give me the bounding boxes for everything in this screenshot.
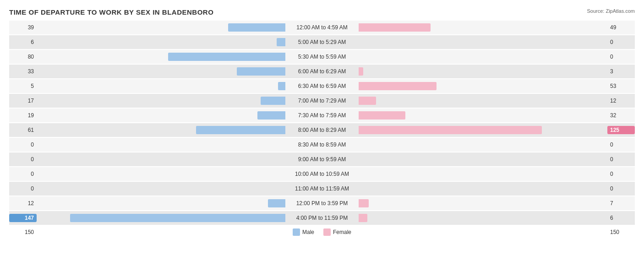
female-bar — [359, 214, 367, 222]
female-value: 6 — [607, 215, 635, 221]
time-label: 6:00 AM to 6:29 AM — [285, 68, 359, 75]
male-bar — [268, 199, 285, 207]
female-value: 0 — [607, 39, 635, 45]
male-bar — [278, 82, 285, 90]
female-bar-wrap — [359, 140, 607, 149]
male-bar — [228, 23, 285, 32]
chart-row: 1212:00 PM to 3:59 PM7 — [9, 196, 635, 210]
male-bar — [237, 67, 285, 76]
male-bar-wrap — [37, 169, 285, 179]
legend-male: Male — [293, 228, 314, 236]
female-value: 12 — [607, 98, 635, 104]
time-label: 8:30 AM to 8:59 AM — [285, 141, 359, 148]
chart-row: 1474:00 PM to 11:59 PM6 — [9, 211, 635, 225]
chart-row: 197:30 AM to 7:59 AM32 — [9, 109, 635, 122]
male-value: 61 — [9, 127, 37, 133]
legend-male-box — [293, 228, 300, 236]
time-label: 9:00 AM to 9:59 AM — [285, 156, 359, 163]
male-bar-wrap — [37, 111, 285, 120]
female-value: 0 — [607, 156, 635, 163]
female-value: 53 — [607, 83, 635, 89]
male-bar-wrap — [37, 140, 285, 149]
female-bar-wrap — [359, 111, 607, 120]
male-bar — [261, 97, 285, 105]
chart-row: 010:00 AM to 10:59 AM0 — [9, 167, 635, 181]
male-bar-wrap — [37, 38, 285, 47]
female-bar — [359, 126, 542, 134]
male-bar-wrap — [37, 23, 285, 32]
female-bar — [359, 97, 376, 105]
female-bar — [359, 111, 405, 120]
male-value: 12 — [9, 200, 37, 207]
female-bar-wrap — [359, 82, 607, 91]
time-label: 4:00 PM to 11:59 PM — [285, 215, 359, 221]
chart-row: 09:00 AM to 9:59 AM0 — [9, 152, 635, 166]
male-bar — [277, 38, 285, 46]
chart-row: 65:00 AM to 5:29 AM0 — [9, 35, 635, 49]
chart-row: 011:00 AM to 11:59 AM0 — [9, 182, 635, 196]
female-value: 0 — [607, 185, 635, 192]
chart-container: TIME OF DEPARTURE TO WORK BY SEX IN BLAD… — [0, 0, 644, 250]
male-bar-wrap — [37, 67, 285, 76]
female-bar — [359, 23, 431, 32]
legend-female-label: Female — [333, 229, 351, 235]
chart-row: 56:30 AM to 6:59 AM53 — [9, 79, 635, 93]
chart-legend: Male Female — [293, 228, 351, 236]
legend-male-label: Male — [302, 229, 314, 235]
female-bar-wrap — [359, 199, 607, 208]
female-bar-wrap — [359, 38, 607, 47]
male-value: 5 — [9, 83, 37, 89]
male-bar — [196, 126, 285, 134]
female-bar-wrap — [359, 67, 607, 76]
male-value: 39 — [9, 24, 37, 31]
female-bar-wrap — [359, 125, 607, 135]
time-label: 5:30 AM to 5:59 AM — [285, 54, 359, 60]
female-bar-wrap — [359, 184, 607, 193]
female-value: 7 — [607, 200, 635, 207]
female-bar-wrap — [359, 169, 607, 179]
female-bar-wrap — [359, 213, 607, 223]
chart-row: 08:30 AM to 8:59 AM0 — [9, 138, 635, 152]
female-bar-wrap — [359, 155, 607, 164]
male-bar-wrap — [37, 52, 285, 61]
female-bar — [359, 67, 363, 76]
time-label: 7:30 AM to 7:59 AM — [285, 112, 359, 119]
time-label: 7:00 AM to 7:29 AM — [285, 98, 359, 104]
male-bar-wrap — [37, 155, 285, 164]
chart-row: 805:30 AM to 5:59 AM0 — [9, 50, 635, 64]
male-value: 33 — [9, 68, 37, 75]
time-label: 8:00 AM to 8:29 AM — [285, 127, 359, 133]
chart-row: 177:00 AM to 7:29 AM12 — [9, 94, 635, 108]
female-value: 32 — [607, 112, 635, 119]
male-value: 0 — [9, 156, 37, 163]
male-value: 17 — [9, 98, 37, 104]
time-label: 11:00 AM to 11:59 AM — [285, 185, 359, 192]
footer-right-value: 150 — [607, 229, 635, 235]
footer-left-value: 150 — [9, 229, 37, 235]
chart-row: 336:00 AM to 6:29 AM3 — [9, 65, 635, 78]
chart-row: 3912:00 AM to 4:59 AM49 — [9, 21, 635, 34]
time-label: 5:00 AM to 5:29 AM — [285, 39, 359, 45]
male-value: 0 — [9, 185, 37, 192]
chart-title: TIME OF DEPARTURE TO WORK BY SEX IN BLAD… — [9, 8, 635, 16]
time-label: 12:00 PM to 3:59 PM — [285, 200, 359, 207]
female-value: 49 — [607, 24, 635, 31]
source-label: Source: ZipAtlas.com — [587, 8, 635, 14]
female-bar-wrap — [359, 52, 607, 61]
male-bar-wrap — [37, 125, 285, 135]
male-value: 19 — [9, 112, 37, 119]
male-bar-wrap — [37, 213, 285, 223]
female-bar — [359, 199, 369, 207]
chart-footer: 150 Male Female 150 — [9, 228, 635, 236]
legend-female-box — [323, 228, 331, 236]
female-value: 3 — [607, 68, 635, 75]
time-label: 6:30 AM to 6:59 AM — [285, 83, 359, 89]
time-label: 10:00 AM to 10:59 AM — [285, 171, 359, 177]
female-value: 125 — [607, 126, 635, 134]
female-value: 0 — [607, 141, 635, 148]
female-bar-wrap — [359, 23, 607, 32]
male-value: 0 — [9, 141, 37, 148]
male-bar-wrap — [37, 82, 285, 91]
female-bar-wrap — [359, 96, 607, 105]
male-bar-wrap — [37, 199, 285, 208]
